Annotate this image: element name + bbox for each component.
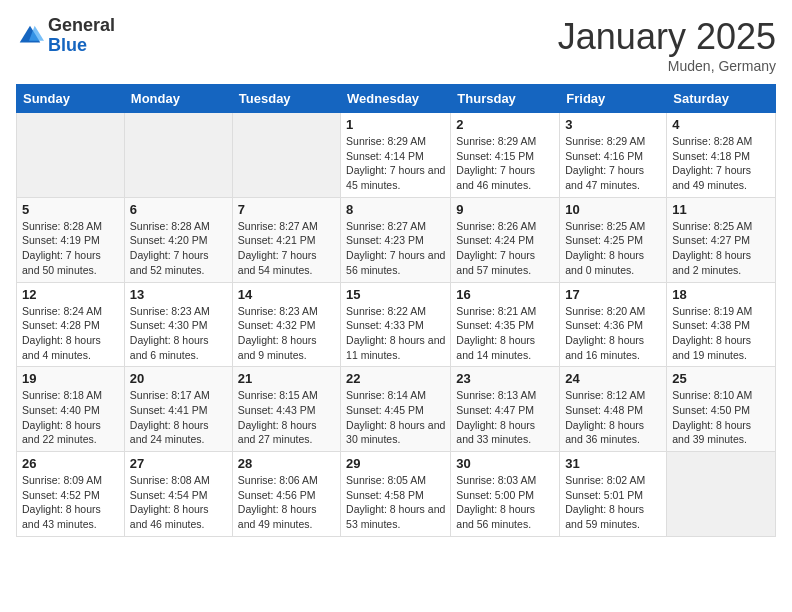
day-info: Sunrise: 8:09 AM Sunset: 4:52 PM Dayligh… [22,473,119,532]
calendar-cell: 27Sunrise: 8:08 AM Sunset: 4:54 PM Dayli… [124,452,232,537]
day-info: Sunrise: 8:28 AM Sunset: 4:18 PM Dayligh… [672,134,770,193]
day-number: 25 [672,371,770,386]
day-number: 16 [456,287,554,302]
day-info: Sunrise: 8:14 AM Sunset: 4:45 PM Dayligh… [346,388,445,447]
calendar-cell: 3Sunrise: 8:29 AM Sunset: 4:16 PM Daylig… [560,113,667,198]
day-info: Sunrise: 8:23 AM Sunset: 4:30 PM Dayligh… [130,304,227,363]
calendar-cell [667,452,776,537]
day-info: Sunrise: 8:27 AM Sunset: 4:21 PM Dayligh… [238,219,335,278]
calendar-cell: 8Sunrise: 8:27 AM Sunset: 4:23 PM Daylig… [341,197,451,282]
day-number: 6 [130,202,227,217]
day-info: Sunrise: 8:12 AM Sunset: 4:48 PM Dayligh… [565,388,661,447]
day-info: Sunrise: 8:29 AM Sunset: 4:15 PM Dayligh… [456,134,554,193]
day-info: Sunrise: 8:29 AM Sunset: 4:16 PM Dayligh… [565,134,661,193]
day-info: Sunrise: 8:26 AM Sunset: 4:24 PM Dayligh… [456,219,554,278]
calendar-cell: 31Sunrise: 8:02 AM Sunset: 5:01 PM Dayli… [560,452,667,537]
calendar-week-3: 12Sunrise: 8:24 AM Sunset: 4:28 PM Dayli… [17,282,776,367]
day-info: Sunrise: 8:02 AM Sunset: 5:01 PM Dayligh… [565,473,661,532]
calendar-cell: 15Sunrise: 8:22 AM Sunset: 4:33 PM Dayli… [341,282,451,367]
day-info: Sunrise: 8:03 AM Sunset: 5:00 PM Dayligh… [456,473,554,532]
day-info: Sunrise: 8:22 AM Sunset: 4:33 PM Dayligh… [346,304,445,363]
day-number: 1 [346,117,445,132]
logo-text: General Blue [48,16,115,56]
day-number: 12 [22,287,119,302]
day-number: 17 [565,287,661,302]
calendar-cell: 11Sunrise: 8:25 AM Sunset: 4:27 PM Dayli… [667,197,776,282]
day-info: Sunrise: 8:06 AM Sunset: 4:56 PM Dayligh… [238,473,335,532]
logo: General Blue [16,16,115,56]
month-title: January 2025 [558,16,776,58]
day-number: 13 [130,287,227,302]
day-number: 23 [456,371,554,386]
calendar-cell: 7Sunrise: 8:27 AM Sunset: 4:21 PM Daylig… [232,197,340,282]
day-info: Sunrise: 8:24 AM Sunset: 4:28 PM Dayligh… [22,304,119,363]
calendar-cell: 19Sunrise: 8:18 AM Sunset: 4:40 PM Dayli… [17,367,125,452]
day-number: 29 [346,456,445,471]
calendar-cell: 16Sunrise: 8:21 AM Sunset: 4:35 PM Dayli… [451,282,560,367]
calendar-cell [124,113,232,198]
day-number: 30 [456,456,554,471]
calendar-cell: 23Sunrise: 8:13 AM Sunset: 4:47 PM Dayli… [451,367,560,452]
day-number: 5 [22,202,119,217]
day-number: 22 [346,371,445,386]
day-header-tuesday: Tuesday [232,85,340,113]
logo-blue-text: Blue [48,36,115,56]
logo-general-text: General [48,16,115,36]
day-number: 10 [565,202,661,217]
calendar-cell: 24Sunrise: 8:12 AM Sunset: 4:48 PM Dayli… [560,367,667,452]
calendar-cell: 13Sunrise: 8:23 AM Sunset: 4:30 PM Dayli… [124,282,232,367]
calendar-cell: 22Sunrise: 8:14 AM Sunset: 4:45 PM Dayli… [341,367,451,452]
day-info: Sunrise: 8:10 AM Sunset: 4:50 PM Dayligh… [672,388,770,447]
day-number: 18 [672,287,770,302]
day-info: Sunrise: 8:21 AM Sunset: 4:35 PM Dayligh… [456,304,554,363]
location: Muden, Germany [558,58,776,74]
day-info: Sunrise: 8:28 AM Sunset: 4:19 PM Dayligh… [22,219,119,278]
calendar-cell: 9Sunrise: 8:26 AM Sunset: 4:24 PM Daylig… [451,197,560,282]
day-info: Sunrise: 8:08 AM Sunset: 4:54 PM Dayligh… [130,473,227,532]
day-number: 24 [565,371,661,386]
calendar-table: SundayMondayTuesdayWednesdayThursdayFrid… [16,84,776,537]
day-header-wednesday: Wednesday [341,85,451,113]
calendar-week-1: 1Sunrise: 8:29 AM Sunset: 4:14 PM Daylig… [17,113,776,198]
day-number: 28 [238,456,335,471]
day-info: Sunrise: 8:05 AM Sunset: 4:58 PM Dayligh… [346,473,445,532]
calendar-week-5: 26Sunrise: 8:09 AM Sunset: 4:52 PM Dayli… [17,452,776,537]
calendar-cell: 28Sunrise: 8:06 AM Sunset: 4:56 PM Dayli… [232,452,340,537]
calendar-cell: 17Sunrise: 8:20 AM Sunset: 4:36 PM Dayli… [560,282,667,367]
logo-icon [16,22,44,50]
calendar-cell: 4Sunrise: 8:28 AM Sunset: 4:18 PM Daylig… [667,113,776,198]
calendar-cell [17,113,125,198]
day-info: Sunrise: 8:18 AM Sunset: 4:40 PM Dayligh… [22,388,119,447]
calendar-cell: 10Sunrise: 8:25 AM Sunset: 4:25 PM Dayli… [560,197,667,282]
day-number: 7 [238,202,335,217]
day-info: Sunrise: 8:15 AM Sunset: 4:43 PM Dayligh… [238,388,335,447]
page-header: General Blue January 2025 Muden, Germany [16,16,776,74]
calendar-cell: 29Sunrise: 8:05 AM Sunset: 4:58 PM Dayli… [341,452,451,537]
day-number: 2 [456,117,554,132]
day-number: 19 [22,371,119,386]
day-number: 26 [22,456,119,471]
day-number: 15 [346,287,445,302]
day-info: Sunrise: 8:25 AM Sunset: 4:27 PM Dayligh… [672,219,770,278]
day-number: 9 [456,202,554,217]
day-header-monday: Monday [124,85,232,113]
calendar-cell: 14Sunrise: 8:23 AM Sunset: 4:32 PM Dayli… [232,282,340,367]
day-info: Sunrise: 8:25 AM Sunset: 4:25 PM Dayligh… [565,219,661,278]
calendar-cell: 21Sunrise: 8:15 AM Sunset: 4:43 PM Dayli… [232,367,340,452]
day-info: Sunrise: 8:17 AM Sunset: 4:41 PM Dayligh… [130,388,227,447]
day-info: Sunrise: 8:29 AM Sunset: 4:14 PM Dayligh… [346,134,445,193]
day-number: 21 [238,371,335,386]
day-info: Sunrise: 8:28 AM Sunset: 4:20 PM Dayligh… [130,219,227,278]
calendar-cell: 26Sunrise: 8:09 AM Sunset: 4:52 PM Dayli… [17,452,125,537]
day-number: 4 [672,117,770,132]
calendar-cell: 25Sunrise: 8:10 AM Sunset: 4:50 PM Dayli… [667,367,776,452]
day-header-thursday: Thursday [451,85,560,113]
day-info: Sunrise: 8:13 AM Sunset: 4:47 PM Dayligh… [456,388,554,447]
day-header-friday: Friday [560,85,667,113]
day-number: 3 [565,117,661,132]
day-number: 14 [238,287,335,302]
calendar-week-2: 5Sunrise: 8:28 AM Sunset: 4:19 PM Daylig… [17,197,776,282]
day-info: Sunrise: 8:23 AM Sunset: 4:32 PM Dayligh… [238,304,335,363]
day-number: 20 [130,371,227,386]
calendar-cell: 30Sunrise: 8:03 AM Sunset: 5:00 PM Dayli… [451,452,560,537]
